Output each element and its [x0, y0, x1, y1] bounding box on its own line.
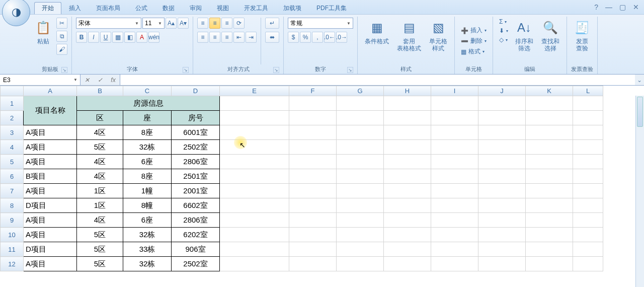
- enter-formula-icon[interactable]: ✓: [94, 77, 107, 84]
- cell-C10[interactable]: 32栋: [123, 228, 172, 242]
- autosum-button[interactable]: Σ▾: [497, 18, 510, 26]
- cell-A10[interactable]: A项目: [24, 228, 77, 242]
- dialog-launcher-icon[interactable]: ↘: [347, 67, 353, 73]
- cut-icon[interactable]: ✂: [56, 18, 67, 29]
- cell-E1[interactable]: [220, 96, 289, 111]
- cell-H10[interactable]: [384, 228, 431, 242]
- dialog-launcher-icon[interactable]: ↘: [183, 67, 189, 73]
- accounting-icon[interactable]: $: [288, 32, 299, 43]
- cell-I8[interactable]: [431, 198, 478, 213]
- cell-H8[interactable]: [384, 198, 431, 213]
- cell-I4[interactable]: [431, 140, 478, 155]
- cell-I12[interactable]: [431, 257, 478, 271]
- cell-A9[interactable]: A项目: [24, 213, 77, 228]
- cell-L9[interactable]: [573, 213, 603, 228]
- cell-J7[interactable]: [478, 184, 526, 198]
- orientation-icon[interactable]: ⟳: [233, 18, 245, 29]
- percent-icon[interactable]: %: [300, 32, 311, 43]
- row-header-12[interactable]: 12: [1, 257, 24, 271]
- cell-F12[interactable]: [289, 257, 337, 271]
- cell-B10[interactable]: 5区: [77, 228, 123, 242]
- col-header-A[interactable]: A: [24, 86, 77, 96]
- cell-F2[interactable]: [289, 111, 337, 125]
- cell-styles-button[interactable]: ▧ 单元格 样式: [426, 18, 450, 54]
- cell-I1[interactable]: [431, 96, 478, 111]
- cell-J3[interactable]: [478, 125, 526, 140]
- worksheet-grid[interactable]: ABCDEFGHIJKL1项目名称房源信息2区座房号3A项目4区8座6001室4…: [0, 86, 644, 287]
- tab-插入[interactable]: 插入: [61, 2, 89, 14]
- cell-G9[interactable]: [337, 213, 384, 228]
- cell-I10[interactable]: [431, 228, 478, 242]
- select-all-corner[interactable]: [1, 86, 24, 96]
- cell-F3[interactable]: [289, 125, 337, 140]
- font-color-button[interactable]: A: [136, 32, 147, 43]
- cell-E12[interactable]: [220, 257, 289, 271]
- tab-公式[interactable]: 公式: [128, 2, 155, 14]
- clear-button[interactable]: ◇▾: [497, 36, 510, 44]
- italic-button[interactable]: I: [88, 32, 99, 43]
- cell-A11[interactable]: D项目: [24, 242, 77, 257]
- phonetic-button[interactable]: wén: [148, 32, 159, 43]
- row-header-1[interactable]: 1: [1, 96, 24, 111]
- dialog-launcher-icon[interactable]: ↘: [61, 67, 67, 73]
- cell-A5[interactable]: A项目: [24, 155, 77, 169]
- cell-J1[interactable]: [478, 96, 526, 111]
- cell-C3[interactable]: 8座: [123, 125, 172, 140]
- align-top-icon[interactable]: ≡: [197, 18, 208, 29]
- cell-H9[interactable]: [384, 213, 431, 228]
- cell-G6[interactable]: [337, 169, 384, 184]
- header-listing[interactable]: 房源信息: [77, 96, 220, 111]
- dialog-launcher-icon[interactable]: ↘: [273, 67, 279, 73]
- cell-C6[interactable]: 8座: [123, 169, 172, 184]
- cell-C5[interactable]: 6座: [123, 155, 172, 169]
- cell-A4[interactable]: A项目: [24, 140, 77, 155]
- conditional-format-button[interactable]: ▦ 条件格式: [362, 18, 392, 47]
- cell-B11[interactable]: 5区: [77, 242, 123, 257]
- row-header-8[interactable]: 8: [1, 198, 24, 213]
- cell-L6[interactable]: [573, 169, 603, 184]
- chevron-down-icon[interactable]: ▼: [72, 78, 79, 82]
- tab-开始[interactable]: 开始: [34, 2, 61, 14]
- cell-D4[interactable]: 2502室: [172, 140, 220, 155]
- cell-K11[interactable]: [526, 242, 573, 257]
- help-icon[interactable]: ?: [594, 3, 598, 11]
- cell-G8[interactable]: [337, 198, 384, 213]
- cell-E8[interactable]: [220, 198, 289, 213]
- cell-E5[interactable]: [220, 155, 289, 169]
- underline-button[interactable]: U: [100, 32, 111, 43]
- cell-J4[interactable]: [478, 140, 526, 155]
- cell-L10[interactable]: [573, 228, 603, 242]
- cell-B4[interactable]: 5区: [77, 140, 123, 155]
- cell-E3[interactable]: [220, 125, 289, 140]
- cell-D3[interactable]: 6001室: [172, 125, 220, 140]
- cancel-formula-icon[interactable]: ✕: [80, 77, 94, 84]
- cell-D8[interactable]: 6602室: [172, 198, 220, 213]
- cell-L5[interactable]: [573, 155, 603, 169]
- col-header-L[interactable]: L: [573, 86, 603, 96]
- cell-H3[interactable]: [384, 125, 431, 140]
- col-header-G[interactable]: G: [337, 86, 384, 96]
- cell-L7[interactable]: [573, 184, 603, 198]
- cell-D9[interactable]: 2806室: [172, 213, 220, 228]
- cell-J6[interactable]: [478, 169, 526, 184]
- fill-button[interactable]: ⬇▾: [497, 27, 510, 35]
- col-header-F[interactable]: F: [289, 86, 337, 96]
- cell-I11[interactable]: [431, 242, 478, 257]
- cell-I5[interactable]: [431, 155, 478, 169]
- cell-H2[interactable]: [384, 111, 431, 125]
- cell-L3[interactable]: [573, 125, 603, 140]
- increase-decimal-icon[interactable]: .0←: [324, 32, 335, 43]
- cell-K6[interactable]: [526, 169, 573, 184]
- cell-G4[interactable]: [337, 140, 384, 155]
- cell-J5[interactable]: [478, 155, 526, 169]
- tab-页面布局[interactable]: 页面布局: [89, 2, 128, 14]
- cell-B12[interactable]: 5区: [77, 257, 123, 271]
- decrease-indent-icon[interactable]: ⇤: [233, 32, 245, 43]
- cell-L8[interactable]: [573, 198, 603, 213]
- close-icon[interactable]: ✕: [633, 3, 639, 11]
- cell-J9[interactable]: [478, 213, 526, 228]
- tab-视图[interactable]: 视图: [209, 2, 236, 14]
- cell-E9[interactable]: [220, 213, 289, 228]
- cell-H4[interactable]: [384, 140, 431, 155]
- cell-H6[interactable]: [384, 169, 431, 184]
